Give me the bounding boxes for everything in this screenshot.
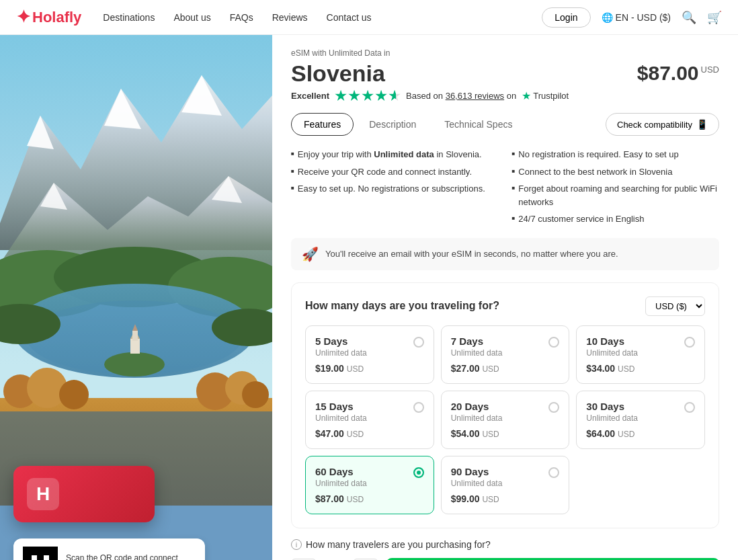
trustpilot-logo: ★ Trustpilot: [522, 89, 569, 102]
plan-price: $19.00 USD: [315, 363, 367, 374]
feature-item: ■ No registration is required. Easy to s…: [512, 148, 720, 161]
plan-card-15days[interactable]: 15 Days Unlimited data $47.00 USD: [305, 391, 434, 449]
feature-item: ■ Enjoy your trip with Unlimited data in…: [291, 148, 499, 161]
reviews-link[interactable]: 36,613 reviews: [446, 91, 504, 101]
phone-icon: 📱: [696, 119, 708, 130]
info-icon: i: [291, 539, 302, 550]
plan-days: 30 Days: [586, 401, 638, 412]
travelers-controls: - 1 + Get unlimited internet: [291, 558, 719, 561]
email-notice: 🚀 You'll receive an email with your eSIM…: [291, 238, 719, 270]
nav-faqs[interactable]: FAQs: [230, 12, 253, 23]
nav-about[interactable]: About us: [173, 12, 210, 23]
search-icon[interactable]: 🔍: [682, 10, 696, 25]
locale-selector[interactable]: 🌐 EN - USD ($): [602, 12, 671, 23]
main-content: H Scan the QR code and connect instantly…: [0, 35, 738, 560]
feature-item: ■ Forget about roaming and searching for…: [512, 182, 720, 208]
plan-card-7days[interactable]: 7 Days Unlimited data $27.00 USD: [441, 325, 570, 384]
bullet-icon: ■: [512, 214, 516, 223]
plan-data: Unlimited data: [315, 348, 367, 358]
plan-price: $27.00 USD: [451, 363, 503, 374]
plan-data: Unlimited data: [451, 348, 503, 358]
product-image: H Scan the QR code and connect instantly…: [0, 35, 272, 560]
tab-features[interactable]: Features: [291, 113, 354, 136]
bullet-icon: ■: [291, 167, 294, 175]
radio-unselected: [548, 402, 559, 413]
feature-item: ■ 24/7 customer service in English: [512, 212, 720, 226]
feature-item: ■ Receive your QR code and connect insta…: [291, 165, 499, 179]
plan-data: Unlimited data: [451, 413, 503, 423]
qr-section: Scan the QR code and connect instantly.: [13, 538, 205, 561]
globe-icon: 🌐: [602, 12, 613, 23]
get-internet-button[interactable]: Get unlimited internet: [386, 558, 719, 561]
tab-technical-specs[interactable]: Technical Specs: [432, 113, 525, 136]
travelers-label: i How many travelers are you purchasing …: [291, 539, 719, 550]
plan-card-30days[interactable]: 30 Days Unlimited data $64.00 USD: [576, 391, 705, 449]
svg-point-26: [242, 381, 269, 408]
radio-selected: [413, 467, 424, 478]
product-price: $87.00USD: [637, 62, 719, 85]
rocket-icon: 🚀: [302, 246, 319, 262]
cart-icon[interactable]: 🛒: [707, 10, 722, 25]
logo[interactable]: ✦ Holafly: [16, 7, 81, 28]
travelers-section: i How many travelers are you purchasing …: [291, 539, 719, 561]
esim-card: H: [13, 466, 155, 522]
esim-card-logo: H: [27, 478, 59, 510]
plan-days: 5 Days: [315, 335, 367, 347]
nav-links: Destinations About us FAQs Reviews Conta…: [103, 12, 542, 23]
plan-days: 15 Days: [315, 401, 367, 412]
plan-data: Unlimited data: [586, 348, 638, 358]
svg-rect-16: [130, 339, 140, 354]
plan-price: $34.00 USD: [586, 363, 638, 374]
features-left: ■ Enjoy your trip with Unlimited data in…: [291, 148, 499, 226]
tabs: Features Description Technical Specs: [291, 113, 525, 136]
bullet-icon: ■: [512, 150, 516, 158]
currency-selector[interactable]: USD ($): [645, 296, 705, 316]
landscape-image: [0, 35, 272, 506]
plan-days: 60 Days: [315, 466, 367, 477]
nav-reviews[interactable]: Reviews: [272, 12, 308, 23]
nav-right: Login 🌐 EN - USD ($) 🔍 🛒: [542, 7, 722, 28]
radio-unselected: [413, 337, 424, 348]
nav-contact[interactable]: Contact us: [327, 12, 372, 23]
product-title: Slovenia: [291, 61, 390, 87]
svg-point-23: [59, 380, 89, 409]
plan-card-60days[interactable]: 60 Days Unlimited data $87.00 USD: [305, 456, 434, 514]
qr-label: Scan the QR code and connect instantly.: [66, 553, 196, 560]
tab-description[interactable]: Description: [356, 113, 429, 136]
plan-days: 7 Days: [451, 335, 503, 347]
plan-days: 90 Days: [451, 466, 503, 477]
plan-price: $64.00 USD: [586, 428, 638, 439]
login-button[interactable]: Login: [542, 7, 590, 28]
reviews-text: Based on 36,613 reviews on: [406, 91, 516, 101]
plan-days: 20 Days: [451, 401, 503, 412]
bullet-icon: ■: [291, 150, 294, 158]
features-grid: ■ Enjoy your trip with Unlimited data in…: [291, 148, 719, 226]
rating-row: Excellent Based on 36,613 reviews on ★ T…: [291, 89, 719, 102]
plan-card-10days[interactable]: 10 Days Unlimited data $34.00 USD: [576, 325, 705, 384]
plan-grid: 5 Days Unlimited data $19.00 USD: [305, 325, 705, 514]
plan-selector: How many days are you traveling for? USD…: [291, 282, 719, 528]
bullet-icon: ■: [512, 184, 516, 192]
plan-price: $47.00 USD: [315, 428, 367, 439]
tabs-row: Features Description Technical Specs Che…: [291, 113, 719, 136]
navigation: ✦ Holafly Destinations About us FAQs Rev…: [0, 0, 738, 35]
bullet-icon: ■: [291, 184, 294, 192]
nav-destinations[interactable]: Destinations: [103, 12, 155, 23]
plan-header: How many days are you traveling for? USD…: [305, 296, 705, 316]
plan-card-20days[interactable]: 20 Days Unlimited data $54.00 USD: [441, 391, 570, 449]
radio-unselected: [684, 402, 695, 413]
svg-rect-18: [132, 331, 138, 341]
svg-point-15: [104, 352, 165, 376]
feature-item: ■ Connect to the best network in Sloveni…: [512, 165, 720, 179]
plan-data: Unlimited data: [451, 479, 503, 488]
plan-price: $54.00 USD: [451, 428, 503, 439]
radio-unselected: [548, 467, 559, 478]
check-compatibility-button[interactable]: Check compatibility 📱: [606, 113, 719, 136]
plan-card-90days[interactable]: 90 Days Unlimited data $99.00 USD: [441, 456, 570, 514]
plan-price: $87.00 USD: [315, 493, 367, 504]
esim-label: eSIM with Unlimited Data in: [291, 48, 390, 58]
plan-data: Unlimited data: [315, 413, 367, 423]
bullet-icon: ■: [512, 167, 516, 175]
plan-card-5days[interactable]: 5 Days Unlimited data $19.00 USD: [305, 325, 434, 384]
plan-days: 10 Days: [586, 335, 638, 347]
